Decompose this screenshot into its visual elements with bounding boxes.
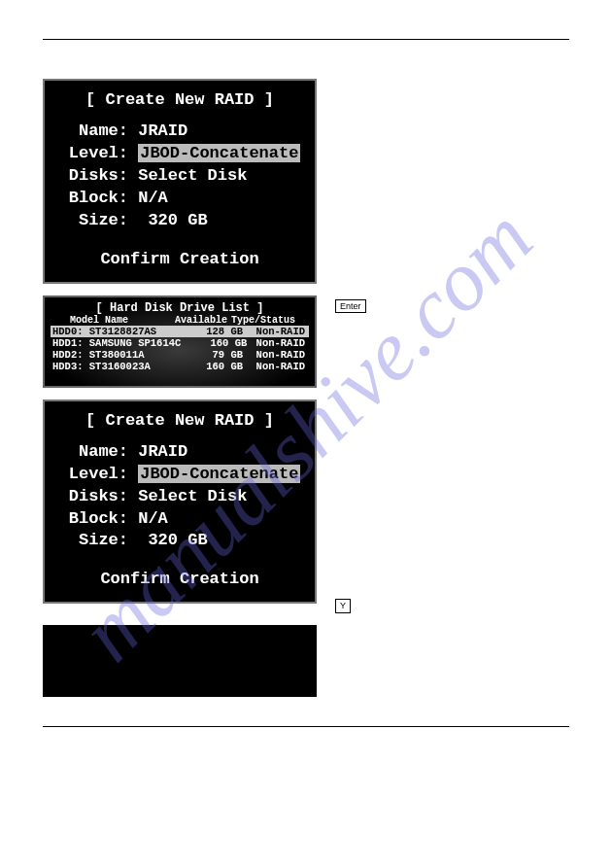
hdd-list-header: Model Name Available Type/Status: [51, 315, 309, 326]
rule-top: [43, 39, 569, 40]
hdd-model: HDD2: ST380011A: [52, 349, 177, 361]
hdd-row[interactable]: HDD0: ST3128827AS128 GBNon-RAID: [51, 326, 309, 337]
col-header: Model Name: [52, 315, 159, 326]
black-panel: [43, 625, 317, 697]
hdd-size: 160 GB: [181, 337, 247, 349]
hdd-status: Non-RAID: [243, 326, 307, 337]
field-label: Level:: [64, 143, 128, 165]
instruction-text: [334, 625, 569, 629]
field-value: Select Disk: [138, 487, 247, 505]
hdd-row[interactable]: HDD1: SAMSUNG SP1614C160 GBNon-RAID: [51, 337, 309, 349]
confirm-creation[interactable]: Confirm Creation: [58, 250, 301, 268]
field-value: Select Disk: [138, 166, 247, 185]
field-value: 320 GB: [138, 531, 207, 549]
hdd-list-title: [ Hard Disk Drive List ]: [51, 301, 309, 315]
confirm-creation[interactable]: Confirm Creation: [58, 570, 301, 588]
field-value: N/A: [138, 189, 168, 207]
hdd-status: Non-RAID: [243, 349, 307, 361]
field-value: N/A: [138, 509, 168, 528]
bios-panel-create-1: [ Create New RAID ] Name: JRAID Level: J…: [43, 79, 317, 284]
level-value-selected[interactable]: JBOD-Concatenate: [138, 144, 300, 162]
col-header: Available: [159, 315, 227, 326]
instruction-text: Y: [334, 399, 569, 613]
instruction-text: Enter: [334, 295, 569, 314]
field-label: Name:: [64, 441, 128, 464]
field-label: Level:: [64, 464, 128, 486]
field-label: Size:: [64, 210, 128, 232]
hdd-list-panel: [ Hard Disk Drive List ] Model Name Avai…: [43, 295, 317, 388]
level-value-selected[interactable]: JBOD-Concatenate: [138, 465, 300, 483]
hdd-status: Non-RAID: [247, 337, 307, 349]
col-header: Type/Status: [227, 315, 307, 326]
enter-key: Enter: [335, 299, 366, 314]
field-label: Size:: [64, 530, 128, 552]
field-label: Name:: [64, 121, 128, 143]
bios-title: [ Create New RAID ]: [58, 90, 301, 109]
hdd-model: HDD3: ST3160023A: [52, 361, 177, 372]
hdd-model: HDD1: SAMSUNG SP1614C: [52, 337, 181, 349]
field-value: 320 GB: [138, 211, 207, 229]
field-label: Disks:: [64, 486, 128, 508]
rule-bottom: [43, 726, 569, 727]
field-label: Disks:: [64, 165, 128, 188]
y-key: Y: [335, 599, 351, 613]
bios-title: [ Create New RAID ]: [58, 411, 301, 430]
hdd-size: 160 GB: [177, 361, 243, 372]
hdd-size: 79 GB: [177, 349, 243, 361]
bios-panel-create-2: [ Create New RAID ] Name: JRAID Level: J…: [43, 399, 317, 605]
field-value: JRAID: [138, 442, 187, 461]
field-value: JRAID: [138, 122, 187, 140]
hdd-row[interactable]: HDD3: ST3160023A160 GBNon-RAID: [51, 361, 309, 372]
instruction-text: [334, 79, 569, 83]
page-content: [ Create New RAID ] Name: JRAID Level: J…: [0, 0, 612, 756]
hdd-size: 128 GB: [177, 326, 243, 337]
hdd-model: HDD0: ST3128827AS: [52, 326, 177, 337]
hdd-status: Non-RAID: [243, 361, 307, 372]
field-label: Block:: [64, 508, 128, 531]
hdd-row[interactable]: HDD2: ST380011A79 GBNon-RAID: [51, 349, 309, 361]
field-label: Block:: [64, 188, 128, 210]
